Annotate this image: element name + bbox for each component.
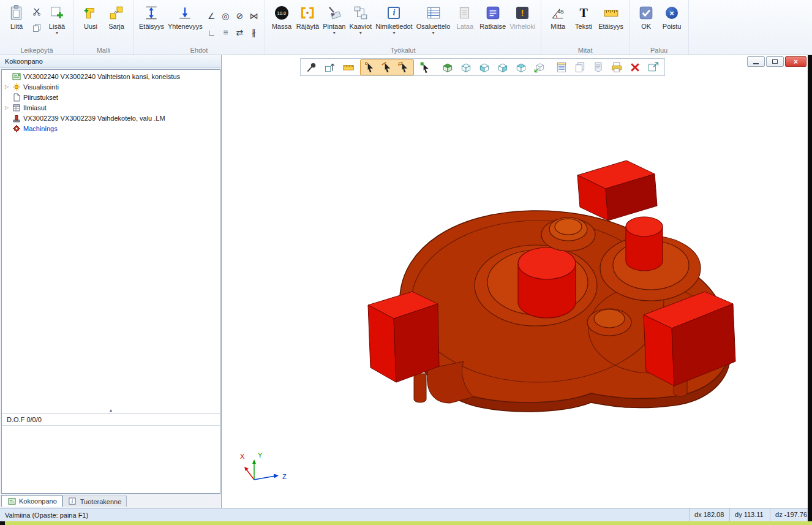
item-list-icon[interactable] — [555, 61, 568, 74]
new-button[interactable]: Uusi — [78, 2, 103, 31]
tree-item-root-assembly[interactable]: VX3002240 VX3002240 Vaihteiston kansi, k… — [2, 71, 220, 81]
angle-constraint-icon[interactable]: ∠ — [208, 11, 216, 21]
explode-button[interactable]: Räjäytä — [295, 2, 321, 31]
coincidence-button[interactable]: Yhtenevyys — [166, 2, 205, 31]
exit-icon: × — [666, 7, 678, 19]
clipboard-icon — [9, 4, 24, 22]
load-button[interactable]: Lataa — [452, 2, 478, 31]
chevron-down-icon: ▾ — [393, 31, 395, 35]
stock-box-left[interactable] — [368, 292, 439, 382]
wire-box-top-icon[interactable] — [514, 61, 528, 74]
to-surface-label: Pintaan — [323, 23, 345, 30]
snap-face-icon[interactable] — [397, 61, 411, 74]
copy-button[interactable] — [31, 22, 43, 33]
mass-icon: 10.0 — [275, 6, 288, 20]
part-list-button[interactable]: Osaluettelo ▾ — [415, 2, 453, 36]
diagrams-button[interactable]: Kaaviot ▾ — [347, 2, 374, 36]
exit-button[interactable]: × Poistu — [659, 2, 685, 31]
collapse-arrow-icon[interactable]: ▴ — [110, 408, 112, 413]
close-button[interactable]: × — [785, 56, 806, 67]
solve-button[interactable]: Ratkaise — [478, 2, 508, 31]
constraint-icon-grid: ∠ ◎ ⊘ ⋈ ∟ ≡ ⇄ ∦ — [205, 7, 261, 40]
maximize-button[interactable] — [766, 56, 784, 67]
drawing-sheet-icon — [12, 93, 21, 102]
dof-message-area — [2, 426, 220, 493]
ruler-icon — [603, 4, 620, 22]
copy-view-icon[interactable] — [573, 61, 587, 74]
group-label-dimensions: Mitat — [541, 47, 629, 54]
tree-item-appearances[interactable]: ▷ Ilmiasut — [2, 102, 220, 113]
tangent-constraint-icon[interactable]: ⊘ — [236, 11, 243, 21]
wire-box-right-icon[interactable] — [496, 61, 509, 74]
chevron-down-icon: ▾ — [359, 31, 362, 35]
distance-measure-button[interactable]: Etäisyys — [596, 2, 625, 31]
central-boss[interactable] — [475, 245, 597, 326]
symmetry-constraint-icon[interactable]: ⋈ — [249, 11, 258, 21]
text-button[interactable]: T Teksti — [571, 2, 596, 31]
dz-readout: dz -197.76 — [770, 508, 812, 521]
ribbon-group-tools: 10.0 Massa Räjäytä — [265, 0, 541, 55]
parallel-constraint-icon[interactable]: ≡ — [223, 28, 228, 37]
tree-item-casting-part[interactable]: VX3002239 VX3002239 Vaihdekotelo, valu .… — [2, 113, 220, 123]
cube-arrow-icon[interactable] — [533, 61, 546, 74]
sun-icon — [12, 83, 21, 91]
diagrams-label: Kaaviot — [349, 23, 372, 30]
mass-button[interactable]: 10.0 Massa — [269, 2, 295, 31]
3d-model-canvas[interactable] — [222, 55, 808, 508]
distance-measure-label: Etäisyys — [598, 23, 623, 30]
measure-button[interactable]: 45 Mitta — [545, 2, 571, 31]
paste-button[interactable]: Liitä — [4, 2, 29, 31]
top-boss[interactable] — [541, 217, 595, 251]
tab-tuoterakenne[interactable]: i Tuoterakenne — [62, 496, 127, 507]
add-button[interactable]: Lisää ▾ — [44, 2, 70, 36]
solve-label: Ratkaise — [479, 23, 506, 30]
ok-button[interactable]: OK — [633, 2, 659, 31]
dof-splitter[interactable]: ▴ — [2, 413, 220, 414]
minimize-button[interactable] — [747, 56, 765, 67]
ruler-icon[interactable] — [342, 61, 355, 74]
delete-icon[interactable] — [628, 61, 642, 74]
measure-drag-icon[interactable] — [323, 61, 337, 74]
expand-arrow-icon[interactable]: ▷ — [2, 105, 12, 110]
pick-part-icon[interactable] — [419, 61, 432, 74]
item-data-button[interactable]: i Nimiketiedot ▾ — [374, 2, 415, 36]
left-peg[interactable] — [414, 374, 426, 402]
align-constraint-icon[interactable]: ⇄ — [236, 28, 243, 37]
to-surface-button[interactable]: Pintaan ▾ — [321, 2, 347, 36]
tab-label: Tuoterakenne — [80, 498, 121, 505]
load-label: Lataa — [457, 23, 474, 30]
tree-item-label: Piirustukset — [21, 94, 58, 101]
tree-item-machinings[interactable]: Machinings — [2, 123, 220, 134]
part-list-icon — [426, 4, 442, 22]
array-button[interactable]: Sarja — [103, 2, 129, 31]
tree-item-label: VX3002240 VX3002240 Vaihteiston kansi, k… — [21, 73, 180, 80]
wire-box-left-icon[interactable] — [478, 61, 491, 74]
diagrams-icon — [353, 4, 369, 22]
error-log-button[interactable]: ! Virheloki — [508, 2, 537, 31]
distance-constraint-button[interactable]: Etäisyys — [137, 2, 166, 31]
tree-item-drawings[interactable]: Piirustukset — [2, 92, 220, 102]
perpendicular-constraint-icon[interactable]: ∟ — [207, 28, 216, 37]
ribbon-group-constraints: Etäisyys Yhtenevyys ∠ ◎ ⊘ ⋈ ∟ ≡ — [133, 0, 265, 55]
expand-arrow-icon[interactable]: ▷ — [2, 84, 12, 89]
export-view-icon[interactable] — [647, 61, 660, 74]
print-icon[interactable] — [610, 61, 623, 74]
cut-button[interactable] — [31, 6, 43, 17]
part-icon — [12, 114, 21, 123]
shaded-cube-icon[interactable] — [441, 61, 454, 74]
chevron-down-icon: ▾ — [56, 31, 58, 35]
3d-viewport[interactable]: × X Y Z — [222, 55, 808, 508]
wire-box-icon[interactable] — [459, 61, 473, 74]
tree-item-visualization[interactable]: ▷ Visualisointi — [2, 81, 220, 92]
sheet-icon[interactable] — [592, 61, 605, 74]
concentric-constraint-icon[interactable]: ◎ — [222, 11, 229, 21]
pin-icon[interactable] — [305, 61, 318, 74]
small-boss[interactable] — [587, 309, 631, 336]
snap-point-icon[interactable] — [363, 61, 377, 74]
dx-readout: dx 182.08 — [689, 508, 729, 521]
snap-edge-icon[interactable] — [380, 61, 394, 74]
assembly-icon — [7, 497, 17, 505]
stock-box-top[interactable] — [577, 161, 657, 221]
tab-kokoonpano[interactable]: Kokoonpano — [1, 495, 62, 507]
antiparallel-constraint-icon[interactable]: ∦ — [252, 28, 256, 37]
